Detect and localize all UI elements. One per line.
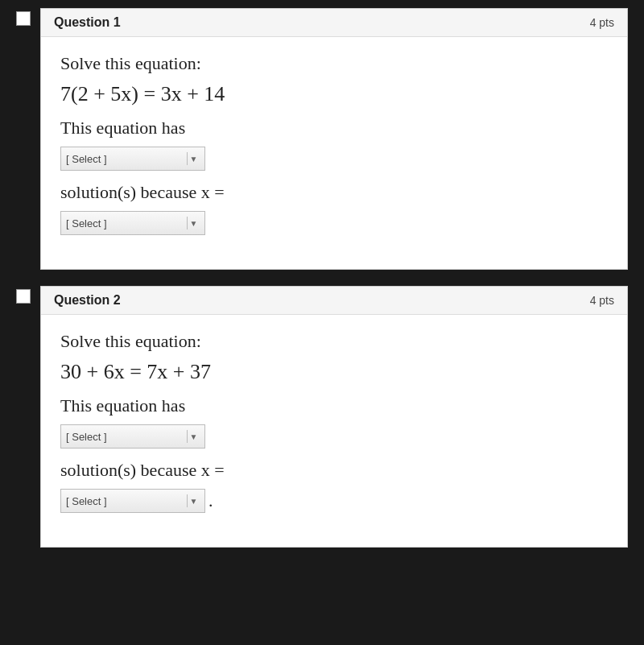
q1-body: Solve this equation: 7(2 + 5x) = 3x + 14… bbox=[41, 37, 627, 269]
q1-text-before: This equation has bbox=[60, 118, 608, 139]
q1-card: Question 1 4 pts Solve this equation: 7(… bbox=[40, 8, 628, 270]
q2-dropdown2-text: [ Select ] bbox=[66, 495, 184, 507]
q1-dropdown1[interactable]: [ Select ] ▼ bbox=[60, 147, 205, 171]
q2-text-after: solution(s) because x = bbox=[60, 460, 608, 481]
q2-text-before: This equation has bbox=[60, 395, 608, 416]
q2-dropdown1-arrow: ▼ bbox=[187, 430, 200, 443]
q2-dropdown2[interactable]: [ Select ] ▼ bbox=[60, 489, 205, 513]
q2-points: 4 pts bbox=[590, 294, 614, 307]
q2-body: Solve this equation: 30 + 6x = 7x + 37 T… bbox=[41, 315, 627, 547]
q1-header: Question 1 4 pts bbox=[41, 9, 627, 37]
q1-dropdown2-row: [ Select ] ▼ bbox=[60, 211, 608, 235]
q1-checkbox[interactable] bbox=[16, 11, 31, 26]
q2-checkbox[interactable] bbox=[16, 289, 31, 304]
q2-equation: 30 + 6x = 7x + 37 bbox=[60, 360, 608, 384]
q2-dropdown1-row: [ Select ] ▼ bbox=[60, 424, 608, 449]
q2-trailing-period: . bbox=[208, 490, 213, 511]
q2-checkbox-area bbox=[16, 286, 40, 307]
q1-dropdown1-row: [ Select ] ▼ bbox=[60, 147, 608, 171]
question-1-wrapper: Question 1 4 pts Solve this equation: 7(… bbox=[0, 0, 644, 278]
q1-dropdown2-arrow: ▼ bbox=[187, 217, 200, 229]
q1-points: 4 pts bbox=[590, 16, 614, 29]
q1-dropdown1-arrow: ▼ bbox=[187, 152, 200, 165]
q1-title: Question 1 bbox=[54, 15, 121, 30]
question-2-wrapper: Question 2 4 pts Solve this equation: 30… bbox=[0, 278, 644, 556]
q2-dropdown1[interactable]: [ Select ] ▼ bbox=[60, 424, 205, 449]
q2-card: Question 2 4 pts Solve this equation: 30… bbox=[40, 286, 628, 548]
q2-dropdown1-text: [ Select ] bbox=[66, 431, 184, 443]
q1-dropdown2-text: [ Select ] bbox=[66, 217, 184, 229]
q2-dropdown2-arrow: ▼ bbox=[187, 494, 200, 507]
q2-header: Question 2 4 pts bbox=[41, 287, 627, 315]
q1-dropdown1-text: [ Select ] bbox=[66, 153, 184, 165]
q2-dropdown2-row: [ Select ] ▼ . bbox=[60, 489, 608, 513]
q1-checkbox-area bbox=[16, 8, 40, 29]
q1-equation: 7(2 + 5x) = 3x + 14 bbox=[60, 82, 608, 106]
q1-prompt: Solve this equation: bbox=[60, 53, 608, 74]
q2-prompt: Solve this equation: bbox=[60, 331, 608, 352]
q1-text-after: solution(s) because x = bbox=[60, 182, 608, 203]
page-container: Question 1 4 pts Solve this equation: 7(… bbox=[0, 0, 644, 556]
q2-title: Question 2 bbox=[54, 293, 121, 308]
q1-dropdown2[interactable]: [ Select ] ▼ bbox=[60, 211, 205, 235]
